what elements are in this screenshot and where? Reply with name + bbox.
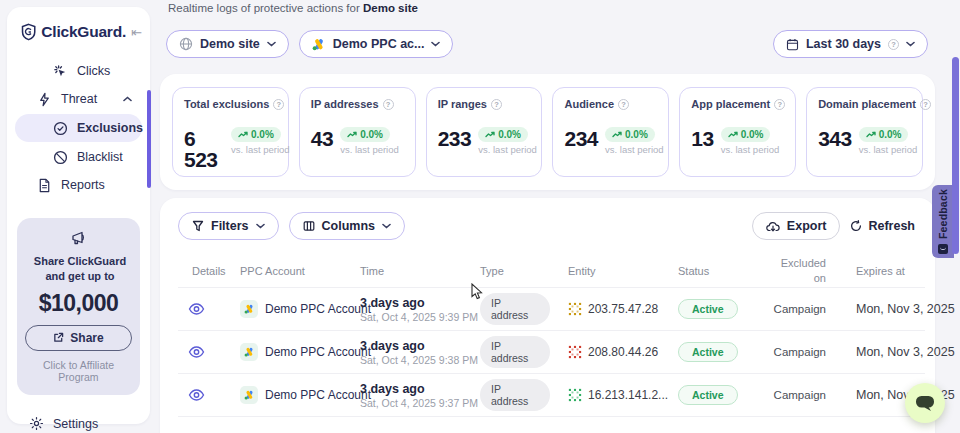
trend-badge: 0.0%	[478, 127, 528, 142]
col-header-excluded-on[interactable]: Excluded on	[766, 256, 826, 285]
document-icon	[37, 178, 52, 193]
help-icon[interactable]	[273, 99, 284, 110]
filters-button[interactable]: Filters	[178, 212, 279, 240]
col-header-details[interactable]: Details	[178, 265, 224, 277]
col-header-entity[interactable]: Entity	[550, 265, 662, 277]
table-row: Demo PPC Account 3 days agoSat, Oct 4, 2…	[178, 288, 925, 331]
stat-value: 343	[818, 124, 852, 149]
table-row: Demo PPC Account 3 days agoSat, Oct 4, 2…	[178, 374, 925, 417]
share-button[interactable]: Share	[25, 325, 132, 351]
time-relative: 3 days ago	[360, 296, 464, 310]
entity-value: 203.75.47.28	[588, 302, 658, 316]
time-absolute: Sat, Oct 4, 2025 9:39 PM	[360, 311, 464, 323]
sidebar-nav: Clicks Threat	[7, 58, 150, 198]
trend-badge: 0.0%	[859, 127, 909, 142]
ppc-account-filter-chip[interactable]: Demo PPC ac...	[299, 30, 454, 58]
sidebar-item-blacklist[interactable]: Blacklist	[15, 144, 142, 170]
sidebar-item-label: Exclusions	[77, 121, 143, 135]
sidebar-item-settings[interactable]: Settings	[7, 411, 150, 433]
stat-caption: vs. last period	[478, 144, 531, 155]
stat-label: Audience	[564, 98, 614, 110]
cloud-download-icon	[766, 221, 780, 232]
date-range-chip[interactable]: Last 30 days	[773, 30, 928, 58]
view-details-button[interactable]	[188, 346, 205, 358]
status-badge: Active	[678, 385, 738, 405]
app-root: ClickGuard. ⇤ Clicks	[0, 0, 960, 433]
feedback-tab[interactable]: Feedback	[932, 185, 954, 258]
excluded-on-value: Campaign	[766, 346, 826, 358]
excluded-on-value: Campaign	[766, 303, 826, 315]
stat-value: 233	[438, 124, 472, 149]
check-circle-icon	[53, 121, 68, 136]
entity-value: 16.213.141.2...	[588, 388, 668, 402]
help-icon[interactable]	[920, 99, 931, 110]
help-icon[interactable]	[491, 99, 502, 110]
col-header-time[interactable]: Time	[348, 265, 464, 277]
ip-identicon	[568, 345, 582, 359]
stat-label: IP ranges	[438, 98, 487, 110]
site-filter-chip[interactable]: Demo site	[166, 30, 289, 58]
trend-badge: 0.0%	[721, 127, 771, 142]
google-ads-icon	[312, 38, 326, 51]
trend-up-icon	[612, 131, 622, 138]
columns-icon	[303, 220, 315, 232]
refresh-icon	[850, 220, 862, 232]
lightning-icon	[37, 92, 52, 107]
collapse-sidebar-icon[interactable]: ⇤	[131, 25, 142, 40]
help-icon[interactable]	[774, 99, 785, 110]
settings-label: Settings	[53, 417, 98, 431]
trend-up-icon	[485, 131, 495, 138]
stat-value: 13	[691, 124, 713, 149]
stat-caption: vs. last period	[340, 144, 399, 155]
status-badge: Active	[678, 342, 738, 362]
trend-up-icon	[866, 131, 876, 138]
page-subtitle: Realtime logs of protective actions for …	[168, 2, 418, 14]
shield-logo-icon	[21, 22, 36, 42]
table-row: 3 days ago	[178, 417, 925, 433]
refresh-button[interactable]: Refresh	[850, 219, 915, 233]
promo-caption: Click to Affiliate Program	[25, 359, 132, 383]
trend-badge: 0.0%	[340, 127, 390, 142]
entity-value: 208.80.44.26	[588, 345, 658, 359]
stat-caption: vs. last period	[721, 144, 780, 155]
sidebar: ClickGuard. ⇤ Clicks	[7, 7, 150, 424]
google-ads-icon	[240, 343, 258, 361]
excluded-on-value: Campaign	[766, 389, 826, 401]
chevron-down-icon	[256, 223, 265, 229]
help-icon[interactable]	[618, 99, 629, 110]
chat-bubble-icon	[915, 395, 935, 412]
stat-card-total-exclusions: Total exclusions 6 523 0.0% vs. last per…	[172, 87, 289, 177]
chat-widget-button[interactable]	[905, 383, 945, 423]
stat-card-ip-ranges: IP ranges 233 0.0% vs. last period	[426, 87, 543, 177]
view-details-button[interactable]	[188, 303, 205, 315]
app-title: ClickGuard.	[41, 23, 126, 41]
globe-icon	[179, 37, 193, 51]
chevron-down-icon	[906, 41, 915, 47]
google-ads-icon	[240, 300, 258, 318]
affiliate-promo-card[interactable]: Share ClickGuard and get up to $10,000 S…	[17, 218, 140, 395]
col-header-ppc-account[interactable]: PPC Account	[224, 265, 348, 277]
sidebar-item-reports[interactable]: Reports	[15, 172, 142, 198]
col-header-status[interactable]: Status	[662, 265, 766, 277]
sidebar-item-label: Reports	[61, 178, 105, 192]
funnel-icon	[192, 220, 204, 232]
google-ads-icon	[240, 386, 258, 404]
sidebar-item-exclusions[interactable]: Exclusions	[15, 114, 142, 142]
trend-up-icon	[238, 131, 248, 138]
export-button[interactable]: Export	[752, 212, 841, 240]
columns-button[interactable]: Columns	[289, 212, 405, 240]
ip-identicon	[568, 388, 582, 402]
help-icon[interactable]	[383, 99, 394, 110]
sidebar-item-clicks[interactable]: Clicks	[15, 58, 142, 84]
sidebar-item-threat[interactable]: Threat	[15, 86, 142, 112]
stat-value: 43	[311, 124, 333, 149]
chevron-down-icon	[267, 41, 276, 47]
col-header-expires-at[interactable]: Expires at	[826, 265, 925, 277]
stat-card-audience: Audience 234 0.0% vs. last period	[552, 87, 669, 177]
view-details-button[interactable]	[188, 389, 205, 401]
table-toolbar: Filters Columns Export Refresh	[178, 212, 925, 240]
col-header-type[interactable]: Type	[464, 265, 550, 277]
type-badge: IP address	[480, 293, 550, 325]
time-relative: 3 days ago	[360, 339, 464, 353]
vertical-scrollbar[interactable]	[952, 57, 959, 254]
